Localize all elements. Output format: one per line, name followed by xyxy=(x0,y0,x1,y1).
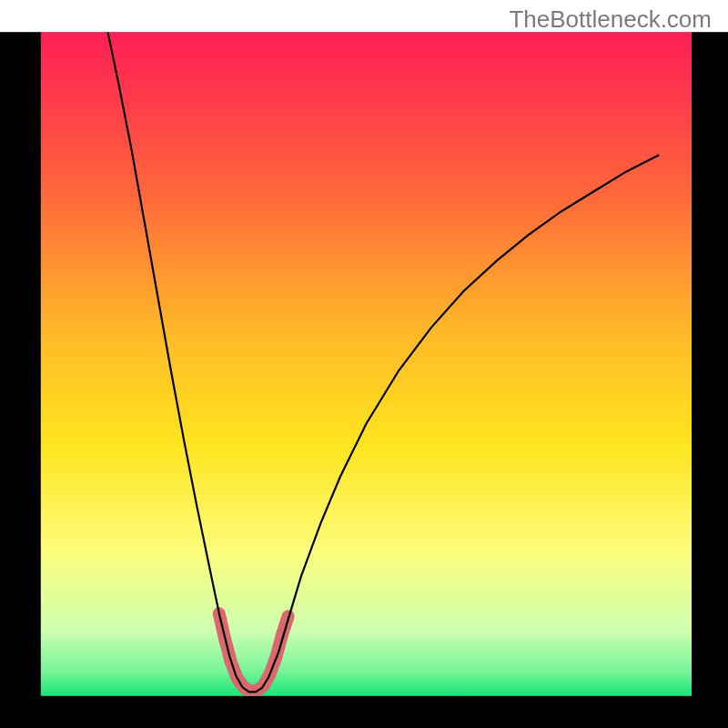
bottleneck-chart: TheBottleneck.com xyxy=(0,0,728,728)
chart-svg xyxy=(0,0,728,728)
watermark: TheBottleneck.com xyxy=(509,5,712,34)
svg-rect-2 xyxy=(41,32,692,696)
